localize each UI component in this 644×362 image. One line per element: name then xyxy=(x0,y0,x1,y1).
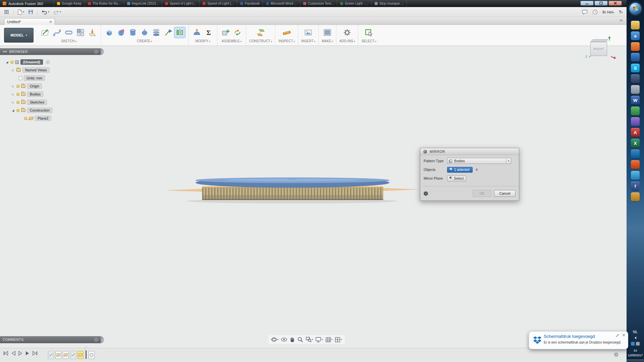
root-component-label[interactable]: (Unsaved) xyxy=(20,59,43,65)
notification-title[interactable]: Schermafdruk toegevoegd xyxy=(544,334,595,339)
insert-group-label[interactable]: INSERT xyxy=(301,39,315,43)
undo-icon[interactable] xyxy=(40,9,51,15)
tree-row-units[interactable]: Units: mm xyxy=(0,74,107,82)
origin-label[interactable]: Origin xyxy=(27,83,42,89)
timeline-plane-feature[interactable] xyxy=(55,351,61,359)
joint-icon[interactable] xyxy=(232,27,243,38)
scripts-addins-icon[interactable] xyxy=(342,27,353,38)
caret-collapsed-icon[interactable]: ▷ xyxy=(11,93,15,96)
mail-app-icon[interactable] xyxy=(631,85,640,94)
folder-icon[interactable] xyxy=(631,21,640,29)
parameters-icon[interactable]: Σ xyxy=(203,27,214,38)
user-menu[interactable]: Br Hel xyxy=(602,10,614,14)
clear-selection-icon[interactable]: ✕ xyxy=(475,168,478,172)
browser-tab[interactable]: The Rules for Ru... xyxy=(85,0,124,7)
rectangular-pattern-icon[interactable] xyxy=(75,27,86,38)
bodies-label[interactable]: Bodies xyxy=(27,92,43,97)
notification-close-icon[interactable] xyxy=(622,334,625,337)
job-status-clock-icon[interactable] xyxy=(592,9,598,15)
timeline-settings-gear-icon[interactable] xyxy=(613,352,619,358)
workspace-selector[interactable]: MODEL xyxy=(4,28,34,43)
visibility-bulb-icon[interactable] xyxy=(16,101,19,104)
go-to-end-icon[interactable] xyxy=(33,351,38,356)
browser-panel-header[interactable]: ◀◀ BROWSER xyxy=(0,48,101,55)
grid-settings-icon[interactable]: ▾ xyxy=(325,337,333,343)
apps-grid-icon[interactable] xyxy=(3,8,10,15)
timeline-sketch-feature[interactable] xyxy=(70,351,76,359)
browser-tab[interactable]: Green Light - ... xyxy=(337,0,371,7)
browser-tab[interactable]: Stop musique ... xyxy=(372,0,407,7)
spline-icon[interactable] xyxy=(52,27,62,38)
project-icon[interactable] xyxy=(87,27,98,38)
press-pull-icon[interactable] xyxy=(192,27,202,38)
collapse-toolbar-icon[interactable] xyxy=(619,19,623,22)
show-hidden-icons-arrow[interactable] xyxy=(635,337,636,339)
minimize-button[interactable] xyxy=(580,1,594,6)
language-indicator[interactable]: NL xyxy=(627,330,644,334)
construction-plane-icon[interactable] xyxy=(255,27,266,38)
mirror-icon[interactable] xyxy=(174,27,185,38)
browser-tab[interactable]: Microsoft Word ... xyxy=(263,0,300,7)
viewports-icon[interactable]: ▾ xyxy=(335,337,342,343)
make-3d-print-icon[interactable] xyxy=(322,27,333,38)
timeline-plane-feature[interactable] xyxy=(63,351,69,359)
form-icon[interactable] xyxy=(116,27,126,38)
caret-collapsed-icon[interactable]: ▷ xyxy=(11,85,15,88)
word-icon[interactable]: W xyxy=(631,96,640,105)
tree-row-root[interactable]: ◢ (Unsaved) xyxy=(0,58,107,66)
tree-row-plane2[interactable]: Plane2 xyxy=(0,114,107,122)
addins-group-label[interactable]: ADD-INS xyxy=(339,39,355,43)
attached-canvas-icon[interactable] xyxy=(303,27,314,38)
visibility-bulb-icon[interactable] xyxy=(16,85,19,88)
help-menu[interactable]: ? xyxy=(619,10,623,14)
photos-app-icon[interactable] xyxy=(631,117,640,126)
caret-collapsed-icon[interactable]: ▷ xyxy=(11,101,15,104)
notifications-icon[interactable] xyxy=(582,10,588,15)
excel-icon[interactable]: X xyxy=(631,139,640,147)
inspect-group-label[interactable]: INSPECT xyxy=(278,39,295,43)
create-sketch-icon[interactable] xyxy=(40,27,51,38)
dropdown-arrow-icon[interactable]: ▾ xyxy=(506,158,511,164)
globe-app-icon[interactable] xyxy=(631,53,640,62)
slot-icon[interactable] xyxy=(63,27,74,38)
browser-tab[interactable]: Facebook xyxy=(237,0,263,7)
onedrive-icon[interactable] xyxy=(631,149,640,158)
visibility-bulb-icon[interactable] xyxy=(16,109,19,112)
timeline-pending-feature[interactable] xyxy=(89,351,95,359)
taskbar-clock[interactable]: 34 xyxy=(627,349,644,352)
tree-row-bodies[interactable]: ▷ Bodies xyxy=(0,90,107,98)
construction-label[interactable]: Construction xyxy=(27,108,52,113)
timeline-plane2-feature-selected[interactable] xyxy=(77,351,84,359)
viewcube[interactable]: RIGHT Z xyxy=(588,38,612,60)
dropbox-notification[interactable]: Schermafdruk toegevoegd Er is een scherm… xyxy=(529,331,628,349)
select-tool-icon[interactable] xyxy=(364,27,374,38)
caret-expanded-icon[interactable]: ◢ xyxy=(11,109,15,112)
comments-options-icon[interactable] xyxy=(94,338,98,342)
media-player-icon[interactable] xyxy=(631,171,640,180)
taskbar-date[interactable]: 12/05/2017 xyxy=(627,353,644,357)
dropbox-tray-icon[interactable] xyxy=(631,342,635,346)
acrobat-icon[interactable]: A xyxy=(631,128,640,137)
notification-options-icon[interactable] xyxy=(616,334,619,337)
info-icon[interactable]: i xyxy=(424,191,428,196)
redo-icon[interactable] xyxy=(52,9,62,15)
viewcube-right-face[interactable]: RIGHT xyxy=(590,42,607,56)
pattern-type-dropdown[interactable]: Bodies ▾ xyxy=(447,158,511,164)
make-group-label[interactable]: MAKE xyxy=(322,39,333,43)
downloads-icon[interactable] xyxy=(631,192,640,201)
named-views-label[interactable]: Named Views xyxy=(22,67,50,73)
model-viewport[interactable]: ◀◀ BROWSER ❭ ◢ (Unsaved) ▷ Named Views U… xyxy=(0,46,627,348)
internet-explorer-icon[interactable]: e xyxy=(631,32,640,40)
browser-tab[interactable]: Google Keep xyxy=(54,0,85,7)
save-icon[interactable] xyxy=(27,8,35,15)
modify-group-label[interactable]: MODIFY xyxy=(195,39,210,43)
timeline-position-marker[interactable] xyxy=(86,350,87,359)
close-tab-icon[interactable] xyxy=(49,20,52,23)
firefox-icon[interactable] xyxy=(631,42,640,51)
revolve-icon[interactable] xyxy=(139,27,150,38)
mirror-dialog-header[interactable]: MIRROR xyxy=(420,148,519,155)
extrude-icon[interactable] xyxy=(104,27,115,38)
measure-icon[interactable] xyxy=(281,27,292,38)
objects-selected-chip[interactable]: 1 selected xyxy=(447,167,473,173)
pan-icon[interactable] xyxy=(289,337,295,343)
